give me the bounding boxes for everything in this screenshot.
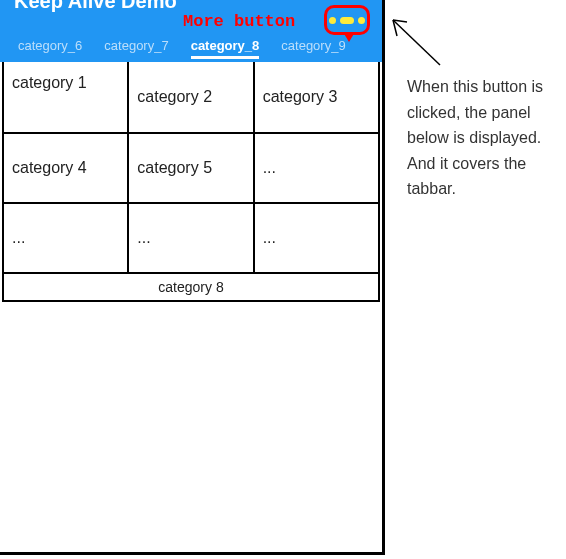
app-title: Keep Alive Demo	[14, 0, 177, 13]
tab-category-9[interactable]: category_9	[281, 38, 345, 55]
tab-category-7[interactable]: category_7	[104, 38, 168, 55]
annotation-line: tabbar.	[407, 176, 562, 202]
grid-row: category 1 category 2 category 3	[4, 62, 378, 132]
more-button-annotation-label: More button	[183, 12, 295, 31]
category-grid-panel: category 1 category 2 category 3 categor…	[2, 62, 380, 302]
more-dots-icon	[329, 17, 336, 24]
grid-cell-category-5[interactable]: category 5	[129, 134, 254, 202]
annotation-line: And it covers the	[407, 151, 562, 177]
grid-row: ... ... ...	[4, 202, 378, 272]
tab-category-6[interactable]: category_6	[18, 38, 82, 55]
grid-cell-more[interactable]: ...	[255, 204, 378, 272]
more-dots-icon	[358, 17, 365, 24]
grid-cell-category-2[interactable]: category 2	[129, 62, 254, 132]
more-button[interactable]	[324, 5, 370, 35]
arrow-icon	[385, 10, 455, 80]
annotation-line: clicked, the panel	[407, 100, 562, 126]
phone-frame: Keep Alive Demo More button category_6 c…	[0, 0, 385, 555]
annotation-text: When this button is clicked, the panel b…	[407, 74, 562, 202]
tab-bar: category_6 category_7 category_8 categor…	[0, 32, 382, 60]
grid-cell-more[interactable]: ...	[255, 134, 378, 202]
grid-cell-more[interactable]: ...	[129, 204, 254, 272]
tab-category-8[interactable]: category_8	[191, 38, 260, 55]
annotation-line: When this button is	[407, 74, 562, 100]
grid-cell-more[interactable]: ...	[4, 204, 129, 272]
grid-row: category 4 category 5 ...	[4, 132, 378, 202]
grid-bottom-label: category 8	[4, 272, 378, 300]
grid-cell-category-1[interactable]: category 1	[4, 62, 129, 132]
grid-cell-category-4[interactable]: category 4	[4, 134, 129, 202]
annotation-line: below is displayed.	[407, 125, 562, 151]
grid-cell-category-3[interactable]: category 3	[255, 62, 378, 132]
more-dots-icon	[340, 17, 354, 24]
app-header: Keep Alive Demo More button category_6 c…	[0, 0, 382, 62]
